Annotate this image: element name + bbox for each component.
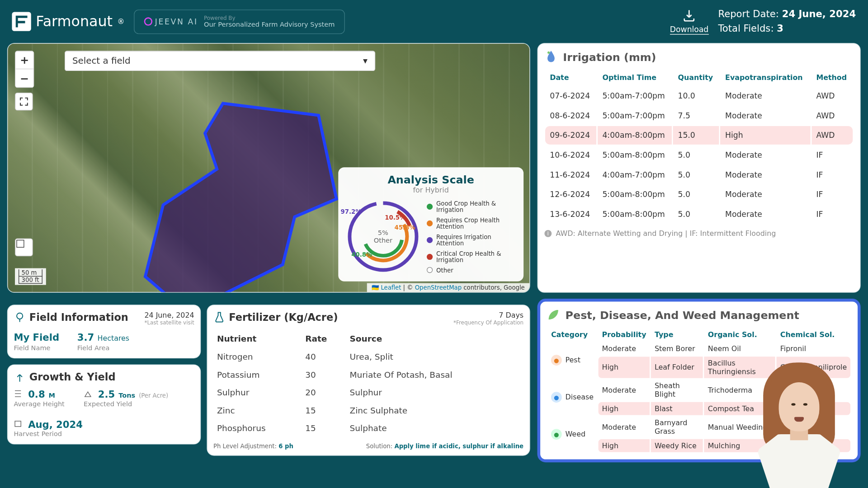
irrigation-card: Irrigation (mm) DateOptimal TimeQuantity… bbox=[537, 43, 860, 293]
fullscreen-icon bbox=[20, 97, 28, 106]
fertilizer-row: Nitrogen40Urea, Split bbox=[215, 348, 523, 365]
growth-title: Growth & Yield bbox=[29, 371, 116, 383]
fullscreen-button[interactable] bbox=[15, 93, 33, 111]
irrigation-row: 11-6-20244:00am-7:00pm5.0ModerateIF bbox=[545, 165, 853, 184]
leaflet-link[interactable]: Leaflet bbox=[381, 284, 401, 291]
brand-logo: Farmonaut® bbox=[12, 12, 124, 31]
chevron-down-icon: ▾ bbox=[363, 56, 368, 66]
registered-mark: ® bbox=[118, 17, 125, 26]
irrigation-row: 10-6-20245:00am-8:00pm5.0ModerateIF bbox=[545, 146, 853, 164]
pin-icon bbox=[14, 311, 25, 323]
measure-button[interactable] bbox=[15, 238, 33, 256]
growth-yield-card: Growth & Yield 0.8MAverage Height 2.5Ton… bbox=[7, 364, 201, 444]
fertilizer-row: Potassium30Muriate Of Potash, Basal bbox=[215, 366, 523, 383]
water-icon bbox=[544, 50, 558, 64]
download-icon bbox=[682, 9, 697, 23]
field-info-card: Field Information 24 June, 2024*Last sat… bbox=[7, 305, 201, 358]
jeevn-logo-text: JEEVN AI bbox=[155, 17, 198, 26]
svg-point-5 bbox=[17, 313, 23, 319]
svg-text:i: i bbox=[547, 230, 549, 237]
fertilizer-title: Fertilizer (Kg/Acre) bbox=[229, 311, 338, 323]
yield-icon bbox=[84, 389, 92, 398]
map-attribution: 🇺🇦 Leaflet | © OpenStreetMap contributor… bbox=[367, 283, 530, 292]
download-label: Download bbox=[670, 25, 708, 35]
fertilizer-table: Nitrogen40Urea, SplitPotassium30Muriate … bbox=[215, 348, 523, 437]
zoom-control: + − bbox=[15, 51, 34, 88]
leaf-icon bbox=[546, 308, 561, 322]
irrigation-row: 08-6-20245:00am-7:00pm7.5ModerateAWD bbox=[545, 106, 853, 125]
osm-link[interactable]: OpenStreetMap bbox=[415, 284, 462, 291]
assistant-avatar bbox=[748, 369, 850, 488]
analysis-title: Analysis Scale bbox=[344, 173, 517, 186]
pest-title: Pest, Disease, And Weed Management bbox=[566, 309, 799, 321]
irrigation-table: 07-6-20245:00am-7:00pm10.0ModerateAWD08-… bbox=[545, 87, 853, 224]
field-polygon[interactable] bbox=[139, 97, 342, 292]
fertilizer-row: Sulphur20Sulphur bbox=[215, 384, 523, 401]
farmonaut-icon bbox=[12, 12, 31, 31]
growth-icon bbox=[14, 371, 25, 383]
irrigation-row: 12-6-20245:00am-8:00pm5.0ModerateIF bbox=[545, 185, 853, 204]
irrigation-row: 09-6-20244:00am-8:00pm15.0HighAWD bbox=[545, 126, 853, 145]
field-select-placeholder: Select a field bbox=[72, 56, 131, 66]
flask-icon bbox=[213, 311, 225, 323]
irrigation-row: 13-6-20245:00am-8:00pm5.0ModerateIF bbox=[545, 205, 853, 223]
svg-point-7 bbox=[547, 52, 550, 54]
report-meta: Report Date: 24 June, 2024 Total Fields:… bbox=[718, 7, 856, 36]
jeevn-badge: JEEVN AI Powered By Our Personalized Far… bbox=[134, 9, 345, 33]
ruler-icon bbox=[15, 239, 25, 249]
calendar-icon bbox=[14, 419, 22, 428]
pest-row: ●PestModerateStem BorerNeem OilFipronil bbox=[547, 343, 850, 356]
download-button[interactable]: Download bbox=[670, 9, 708, 35]
svg-rect-6 bbox=[15, 421, 21, 427]
analysis-donut: 5%Other 97.2% 10.5% 45.8% 40.8% bbox=[344, 198, 422, 276]
header: Farmonaut® JEEVN AI Powered By Our Perso… bbox=[0, 0, 868, 43]
fertilizer-row: Phosphorus15Sulphate bbox=[215, 420, 523, 436]
irrigation-row: 07-6-20245:00am-7:00pm10.0ModerateAWD bbox=[545, 87, 853, 105]
zoom-out-button[interactable]: − bbox=[15, 69, 33, 87]
analysis-scale-panel: Analysis Scale for Hybrid 5%Other 97.2% … bbox=[338, 167, 524, 282]
irrigation-title: Irrigation (mm) bbox=[563, 51, 656, 63]
zoom-in-button[interactable]: + bbox=[15, 52, 33, 70]
map-panel[interactable]: + − Select a field ▾ 50 m300 ft bbox=[7, 43, 530, 293]
height-icon bbox=[14, 389, 22, 398]
field-select[interactable]: Select a field ▾ bbox=[65, 51, 375, 71]
brand-name: Farmonaut bbox=[36, 13, 113, 30]
jeevn-sub: Our Personalized Farm Advisory System bbox=[204, 21, 335, 28]
fertilizer-row: Zinc15Zinc Sulphate bbox=[215, 402, 523, 419]
fertilizer-card: Fertilizer (Kg/Acre) 7 Days*Frequency Of… bbox=[207, 305, 530, 455]
irrigation-footnote: iAWD: Alternate Wetting and Drying | IF:… bbox=[544, 230, 854, 238]
field-info-title: Field Information bbox=[29, 311, 128, 323]
jeevn-icon bbox=[144, 17, 153, 26]
map-scale: 50 m300 ft bbox=[15, 268, 46, 285]
svg-rect-0 bbox=[17, 240, 24, 247]
analysis-sub: for Hybrid bbox=[344, 186, 517, 194]
jeevn-powered: Powered By bbox=[204, 14, 335, 20]
analysis-legend: Good Crop Health & IrrigationRequires Cr… bbox=[427, 198, 518, 276]
